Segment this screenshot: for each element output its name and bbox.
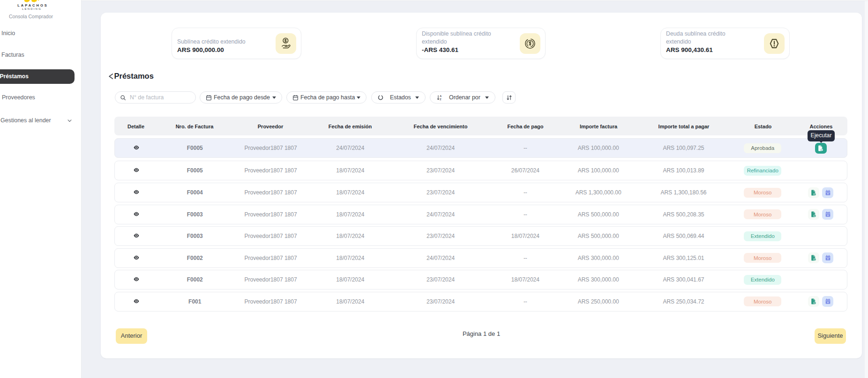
svg-text:A: A — [440, 95, 441, 97]
svg-text:Z: Z — [440, 97, 441, 100]
